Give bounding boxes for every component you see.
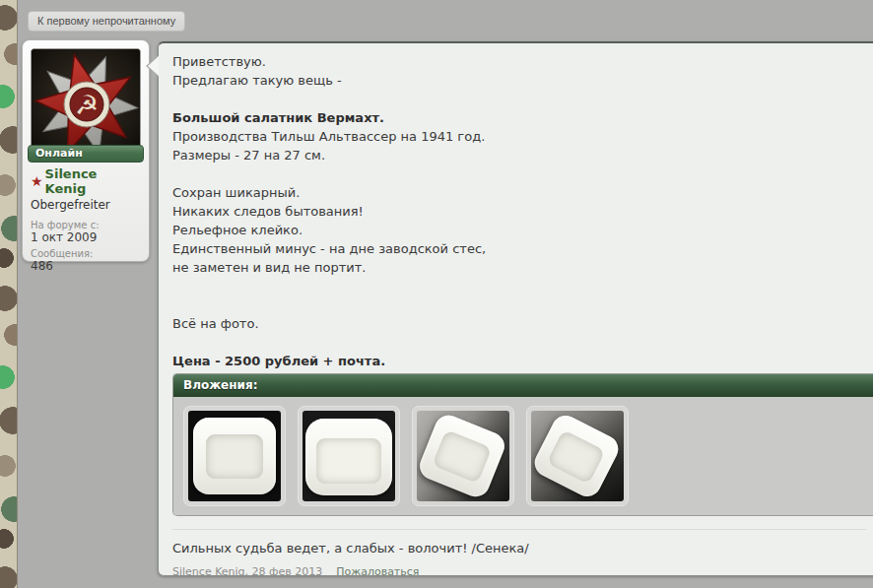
post-text-line: Производства Тильш Альтвассер на 1941 го… (172, 127, 866, 146)
post-text-line: Рельефное клейко. (172, 221, 866, 239)
author-and-date: Silence Kenig, 28 фев 2013 (172, 565, 322, 578)
attachment-thumbnail[interactable] (183, 406, 286, 506)
post-text-line: Большой салатник Вермахт. (172, 108, 866, 127)
bowl-floor-shading (432, 429, 492, 484)
post-text-line: Приветствую. (172, 52, 866, 71)
post-text-line: Никаких следов бытования! (172, 202, 866, 221)
user-avatar[interactable]: ☭ (31, 48, 141, 157)
svg-text:☭: ☭ (75, 90, 99, 120)
user-meta-value: 486 (31, 259, 141, 273)
user-rank: Obergefreiter (31, 198, 141, 212)
post-blank-line (172, 295, 866, 314)
bowl-photo (188, 411, 281, 501)
bowl-shape (193, 418, 276, 494)
bowl-photo (531, 411, 624, 501)
attachments-block: Вложения: (172, 373, 873, 516)
attachments-header: Вложения: (173, 374, 873, 397)
post-text-line: Всё на фото. (172, 314, 866, 333)
forum-page: { "colors": { "page_bg": "#aeaeac", "pan… (0, 0, 873, 588)
first-unread-button[interactable]: К первому непрочитанному (28, 11, 185, 32)
user-info-card: ☭ Онлайн ★ Silence Kenig Obergefreiter Н… (22, 39, 150, 262)
bowl-shape (305, 419, 392, 495)
post-footer: Silence Kenig, 28 фев 2013 Пожаловаться (172, 565, 866, 578)
post-text-line: Размеры - 27 на 27 см. (172, 146, 866, 164)
bowl-floor-shading (546, 428, 606, 484)
post-text-line: Единственный минус - на дне заводской ст… (172, 239, 866, 258)
attachment-thumbnail[interactable] (412, 406, 514, 506)
post-blank-line (172, 333, 866, 352)
rank-star-icon: ★ (31, 174, 43, 188)
bowl-floor-shading (206, 434, 262, 479)
bowl-photo (302, 411, 395, 501)
post-text-line: не заметен и вид не портит. (172, 258, 866, 277)
user-signature: Сильных судьба ведет, а слабых - волочит… (172, 529, 866, 555)
user-meta-label: На форуме с: (31, 220, 141, 230)
attachments-list (173, 397, 873, 515)
post-blank-line (172, 277, 866, 295)
attachment-thumbnail[interactable] (298, 406, 400, 506)
post-panel: Приветствую.Предлагаю такую вещь - Больш… (158, 41, 873, 576)
bowl-photo (417, 411, 509, 501)
bowl-shape (531, 411, 623, 500)
username-link[interactable]: Silence Kenig (45, 166, 141, 196)
post-text-line: Предлагаю такую вещь - (172, 71, 866, 90)
speech-pointer-icon (148, 56, 159, 76)
bowl-shape (417, 412, 508, 501)
order-of-patriotic-war-medal-icon: ☭ (32, 49, 141, 157)
user-meta-label: Сообщения: (31, 248, 141, 259)
post-text-line: Цена - 2500 рублей + почта. (172, 352, 866, 370)
user-meta-value: 1 окт 2009 (31, 230, 141, 244)
online-status-badge: Онлайн (28, 145, 144, 163)
attachment-thumbnail[interactable] (526, 406, 629, 506)
bowl-floor-shading (316, 438, 380, 483)
camouflage-border (0, 0, 18, 588)
post-blank-line (172, 164, 866, 183)
post-blank-line (172, 90, 866, 108)
report-link[interactable]: Пожаловаться (336, 565, 419, 578)
post-message: Приветствую.Предлагаю такую вещь - Больш… (172, 52, 866, 370)
user-meta: На форуме с:1 окт 2009Сообщения:486 (31, 220, 141, 273)
post-text-line: Сохран шикарный. (172, 183, 866, 202)
